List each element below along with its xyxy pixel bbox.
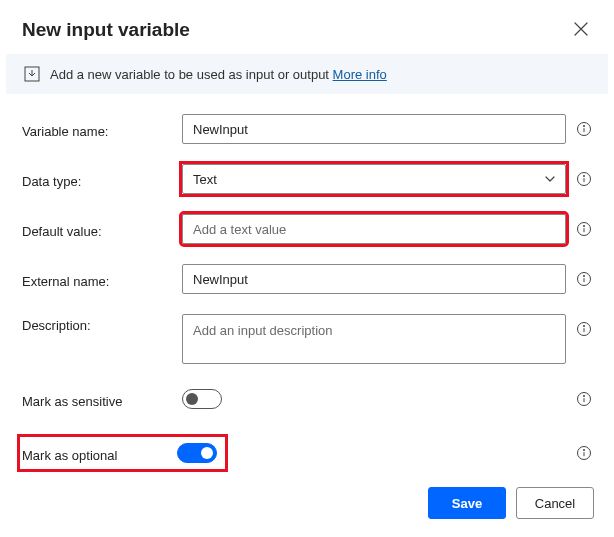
banner-text: Add a new variable to be used as input o…: [50, 67, 387, 82]
data-type-select[interactable]: [182, 164, 566, 194]
mark-optional-label: Mark as optional: [22, 444, 177, 463]
dialog-title: New input variable: [22, 19, 190, 41]
info-icon[interactable]: [576, 391, 592, 407]
download-icon: [24, 66, 40, 82]
info-icon[interactable]: [576, 445, 592, 461]
svg-point-14: [583, 449, 584, 450]
external-name-label: External name:: [22, 270, 182, 289]
mark-sensitive-toggle[interactable]: [182, 389, 222, 409]
svg-point-10: [583, 325, 584, 326]
svg-point-8: [583, 275, 584, 276]
svg-point-2: [583, 125, 584, 126]
variable-name-input[interactable]: [182, 114, 566, 144]
svg-point-4: [583, 175, 584, 176]
info-icon[interactable]: [576, 171, 592, 187]
svg-point-12: [583, 395, 584, 396]
mark-sensitive-label: Mark as sensitive: [22, 390, 182, 409]
default-value-input[interactable]: [182, 214, 566, 244]
close-icon: [574, 22, 588, 36]
default-value-label: Default value:: [22, 220, 182, 239]
info-icon[interactable]: [576, 321, 592, 337]
save-button[interactable]: Save: [428, 487, 506, 519]
info-icon[interactable]: [576, 121, 592, 137]
mark-optional-toggle[interactable]: [177, 443, 217, 463]
data-type-label: Data type:: [22, 170, 182, 189]
info-icon[interactable]: [576, 221, 592, 237]
more-info-link[interactable]: More info: [333, 67, 387, 82]
info-icon[interactable]: [576, 271, 592, 287]
description-label: Description:: [22, 314, 182, 333]
close-button[interactable]: [570, 18, 592, 42]
cancel-button[interactable]: Cancel: [516, 487, 594, 519]
info-banner: Add a new variable to be used as input o…: [6, 54, 608, 94]
svg-point-6: [583, 225, 584, 226]
variable-name-label: Variable name:: [22, 120, 182, 139]
description-input[interactable]: [182, 314, 566, 364]
external-name-input[interactable]: [182, 264, 566, 294]
